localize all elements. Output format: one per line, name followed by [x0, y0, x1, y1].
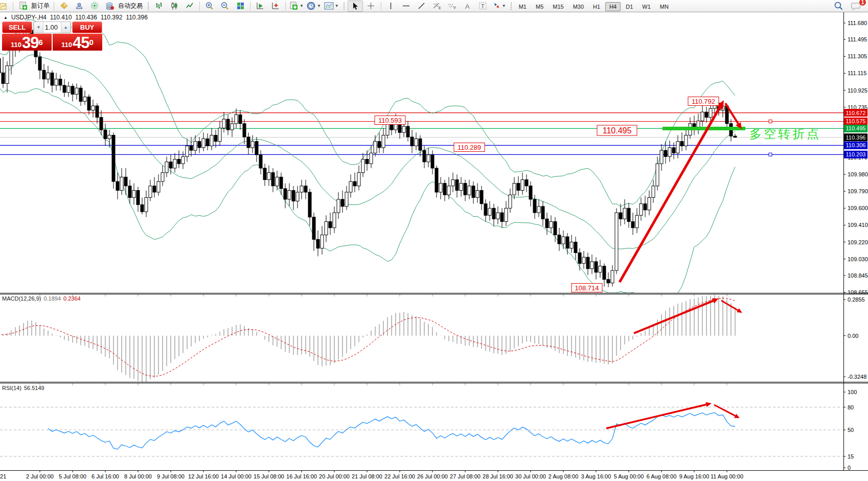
profile-icon[interactable]: [72, 1, 86, 11]
signal-icon[interactable]: [87, 1, 102, 11]
volume-value[interactable]: 1.00: [43, 22, 61, 33]
candle-body: [410, 137, 414, 146]
candle-body: [198, 142, 201, 148]
bar-chart-icon[interactable]: [152, 1, 166, 11]
candle-body: [177, 159, 180, 164]
cycles-icon[interactable]: [268, 1, 283, 11]
text-icon[interactable]: A: [461, 1, 475, 11]
volume-increase-button[interactable]: ▲: [61, 22, 71, 33]
chart-window-icon[interactable]: [0, 1, 10, 11]
candle-body: [120, 177, 123, 190]
search-icon[interactable]: [831, 1, 846, 11]
quote-low: 110.392: [101, 14, 123, 21]
bollinger-upper: [0, 20, 735, 207]
candle-body: [271, 173, 275, 186]
zoom-out-icon[interactable]: [218, 1, 232, 11]
candle-body: [680, 142, 683, 146]
add-indicator-button[interactable]: ▼: [288, 1, 305, 11]
candle-body: [586, 257, 589, 269]
timeframe-d1[interactable]: D1: [622, 2, 637, 11]
timeframe-w1[interactable]: W1: [638, 2, 655, 11]
trend-arrow[interactable]: [606, 405, 706, 428]
volume-decrease-button[interactable]: ▼: [34, 22, 43, 33]
candle-body: [6, 66, 9, 84]
marketwatch-icon[interactable]: [57, 1, 71, 11]
timeframe-m30[interactable]: M30: [569, 2, 588, 11]
channel-icon[interactable]: F: [445, 1, 460, 11]
zoom-in-icon[interactable]: [202, 1, 217, 11]
line-handle[interactable]: [769, 153, 772, 156]
crosshair-icon[interactable]: [364, 1, 378, 11]
macd-signal-value: 0.2364: [63, 295, 81, 302]
date-axis[interactable]: 30 Jun 20212 Jul 00:005 Jul 08:006 Jul 1…: [0, 294, 743, 479]
arrows-icon[interactable]: ▼: [491, 1, 507, 11]
timeframe-mn[interactable]: MN: [656, 2, 673, 11]
candle-body: [607, 280, 610, 283]
quote-close: 110.396: [126, 14, 148, 21]
date-label: 20 Jul 00:00: [319, 473, 350, 479]
ask-price-tile[interactable]: 110 45 0: [53, 34, 102, 51]
chat-icon[interactable]: 1: [849, 1, 863, 11]
trend-arrow-head: [705, 402, 712, 407]
candle-body: [190, 146, 193, 150]
toolbar-handle[interactable]: [147, 2, 149, 11]
trend-arrow[interactable]: [721, 301, 738, 310]
candle-body: [267, 173, 270, 180]
candle-body: [406, 126, 409, 137]
macd-label: MACD(12,26,9)0.18940.2364: [2, 295, 81, 302]
tile-windows-icon[interactable]: [233, 1, 247, 11]
vertical-line-icon[interactable]: [384, 1, 398, 11]
candlestick-chart-icon[interactable]: [167, 1, 181, 11]
horizontal-line-icon[interactable]: [399, 1, 414, 11]
chevron-down-icon: ▼: [502, 4, 506, 8]
candle-body: [378, 142, 381, 148]
candle-body: [75, 88, 78, 94]
candle-body: [611, 270, 614, 283]
chart-canvas[interactable]: 110.792110.593110.495110.289108.714多空转折点…: [0, 0, 868, 481]
candle-body: [128, 186, 131, 198]
buy-button[interactable]: BUY: [72, 21, 102, 33]
periods-clock-button[interactable]: ▼: [306, 1, 322, 11]
price-axis[interactable]: 111.680111.495111.305111.115110.925110.7…: [843, 20, 868, 471]
svg-text:110.203: 110.203: [846, 151, 866, 157]
candle-body: [312, 217, 315, 240]
auto-trading-label[interactable]: 自动交易: [118, 2, 143, 10]
candle-body: [684, 135, 688, 146]
cursor-icon[interactable]: [348, 1, 363, 12]
bid-price-tile[interactable]: 110 39 6: [2, 34, 52, 51]
template-button[interactable]: ▼: [323, 1, 340, 11]
new-order-label[interactable]: 新订单: [31, 2, 50, 10]
indicator-list-icon[interactable]: [253, 1, 267, 11]
turning-point-segment[interactable]: [663, 127, 745, 130]
line-chart-icon[interactable]: [182, 1, 197, 11]
separator: [54, 2, 54, 11]
candle-body: [353, 181, 356, 186]
timeframe-m5[interactable]: M5: [532, 2, 547, 11]
sell-button[interactable]: SELL: [2, 21, 32, 33]
trendline-icon[interactable]: [415, 1, 429, 11]
auto-trading-icon[interactable]: [103, 1, 117, 11]
fibonacci-icon[interactable]: E: [430, 1, 444, 11]
timeframe-m1[interactable]: M1: [515, 2, 531, 11]
trend-arrow[interactable]: [714, 405, 735, 416]
candle-body: [648, 197, 651, 210]
candle-body: [145, 197, 148, 212]
timeframe-h1[interactable]: H1: [589, 2, 604, 11]
svg-text:110.575: 110.575: [846, 118, 866, 124]
one-click-trading-panel: SELL ▼ 1.00 ▲ BUY 110 39 6 110 45 0: [2, 21, 102, 51]
turning-point-annotation[interactable]: 多空转折点: [749, 127, 821, 141]
candle-body: [435, 168, 438, 192]
text-label-icon[interactable]: T: [476, 1, 490, 11]
price-callouts: 110.792110.593110.495110.289108.714: [375, 97, 719, 292]
rsi-layer: [0, 407, 843, 456]
candle-body: [558, 235, 561, 244]
timeframe-m15[interactable]: M15: [549, 2, 567, 11]
toolbar-handle[interactable]: [510, 2, 512, 11]
candle-body: [664, 150, 667, 156]
toolbar-handle[interactable]: [342, 2, 345, 11]
line-handle[interactable]: [769, 120, 772, 123]
timeframe-h4[interactable]: H4: [605, 2, 621, 11]
new-order-button[interactable]: [16, 1, 30, 11]
candle-body: [243, 124, 246, 137]
candle-body: [206, 139, 209, 146]
